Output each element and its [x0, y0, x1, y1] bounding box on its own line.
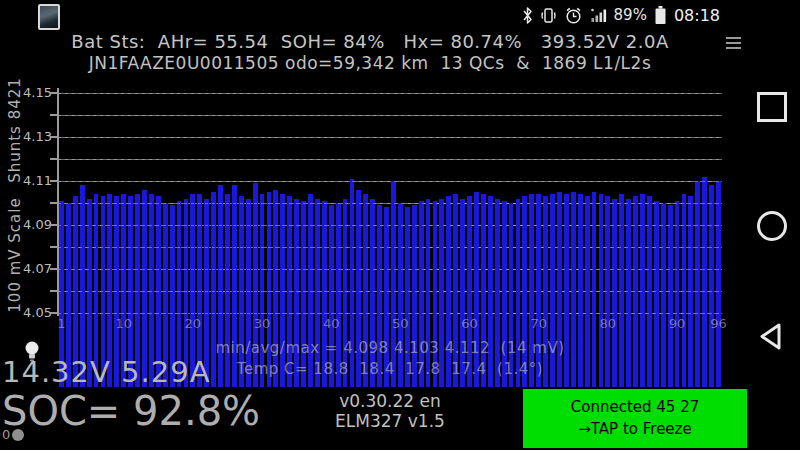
app-version-text: v0.30.22 en [290, 391, 490, 411]
connected-freeze-button[interactable]: Connected 45 27 →TAP to Freeze [523, 389, 747, 448]
cell-voltage-chart[interactable]: min/avg/max = 4.098 4.103 4.112 (14 mV) … [58, 88, 722, 387]
y-axis-tick [50, 136, 57, 138]
gridline-dash [58, 115, 722, 116]
cell-voltage-bar [273, 190, 278, 387]
page-dot-icon [12, 429, 24, 441]
x-tick-label: 80 [600, 316, 617, 331]
x-tick-label: 20 [185, 316, 202, 331]
y-tick-label: 4.05 [0, 305, 52, 320]
bluetooth-icon [522, 6, 533, 25]
back-triangle-icon [757, 322, 787, 352]
cell-voltage-bar [426, 199, 431, 387]
connection-status-text: Connected 45 27 [523, 396, 747, 418]
gridline-dash [58, 93, 722, 94]
gridline-dash [58, 181, 722, 182]
x-tick-label: 90 [669, 316, 686, 331]
status-bar: 89% 08:18 [0, 0, 800, 30]
cell-voltage-bar [267, 192, 272, 387]
cell-voltage-bar [294, 199, 299, 387]
x-tick-label: 60 [461, 316, 478, 331]
gridline-dash [58, 247, 722, 248]
tap-to-freeze-text: →TAP to Freeze [523, 418, 747, 440]
cell-voltage-bar [211, 192, 216, 387]
gridline-dash [58, 269, 722, 270]
y-tick-label: 4.13 [0, 129, 52, 144]
app-notification-icon [38, 4, 60, 30]
y-axis-tick [50, 92, 57, 94]
x-tick-label: 40 [323, 316, 340, 331]
signal-icon [590, 7, 607, 23]
battery-percent-text: 89% [614, 6, 647, 24]
y-axis-tick [50, 268, 57, 270]
alarm-clock-icon [564, 6, 583, 25]
y-tick-label: 4.15 [0, 85, 52, 100]
cell-voltage-bar [592, 192, 597, 387]
y-axis-tick [50, 312, 57, 314]
vibrate-icon [540, 6, 557, 25]
cell-voltage-bar [571, 192, 576, 387]
y-tick-label: 4.09 [0, 217, 52, 232]
battery-icon [654, 5, 667, 25]
page-indicator: 0 [2, 427, 24, 442]
clock-text: 08:18 [674, 6, 720, 25]
cell-voltage-bar [626, 199, 631, 387]
battery-stats-line: Bat Sts: AHr= 55.54 SOH= 84% Hx= 80.74% … [0, 31, 740, 52]
x-tick-label: 96 [710, 316, 727, 331]
y-axis-tick [50, 224, 57, 226]
x-tick-label: 30 [254, 316, 271, 331]
cell-voltage-bar [343, 199, 348, 387]
cell-voltage-bar [557, 192, 562, 387]
version-block: v0.30.22 en ELM327 v1.5 [290, 391, 490, 431]
y-axis-tick [50, 202, 57, 204]
cell-voltage-bar [246, 199, 251, 387]
cell-voltage-bar [439, 199, 444, 387]
gridline-dash [58, 159, 722, 160]
cell-voltage-bar [474, 192, 479, 387]
y-axis-tick [50, 158, 57, 160]
y-axis-tick [50, 246, 57, 248]
nav-home-button[interactable] [757, 211, 787, 241]
elm-version-text: ELM327 v1.5 [290, 411, 490, 431]
cell-voltage-bar [315, 199, 320, 387]
page-number: 0 [2, 427, 10, 442]
x-tick-label: 50 [392, 316, 409, 331]
y-tick-label: 4.11 [0, 173, 52, 188]
cell-voltage-bar [612, 199, 617, 387]
y-axis-tick [50, 114, 57, 116]
cell-voltage-bar [495, 199, 500, 387]
y-axis-tick-labels: 4.154.134.114.094.074.05 [0, 88, 52, 328]
y-axis-tick [50, 290, 57, 292]
x-tick-label: 10 [115, 316, 132, 331]
y-tick-label: 4.07 [0, 261, 52, 276]
nav-back-button[interactable] [757, 322, 787, 356]
y-axis-tick [50, 180, 57, 182]
gridline-dash [58, 313, 722, 314]
gridline-dash [58, 137, 722, 138]
status-icon-cluster: 89% 08:18 [522, 0, 720, 30]
vin-odometer-line: JN1FAAZE0U0011505 odo=59,342 km 13 QCs &… [0, 53, 740, 73]
soc-readout: SOC= 92.8% [2, 388, 260, 434]
menu-hamburger-icon[interactable] [726, 37, 741, 50]
gridline-dash [58, 225, 722, 226]
cell-voltage-bar [370, 199, 375, 387]
gridline-dash [58, 203, 722, 204]
nav-recents-button[interactable] [757, 92, 787, 122]
cell-voltage-bar [516, 199, 521, 387]
cell-voltage-bar [356, 190, 361, 387]
x-tick-label: 1 [57, 316, 65, 331]
cell-voltage-bar [460, 199, 465, 387]
aux-battery-readout: 14.32V 5.29A [2, 355, 211, 389]
gridline-dash [58, 291, 722, 292]
x-tick-label: 70 [530, 316, 547, 331]
